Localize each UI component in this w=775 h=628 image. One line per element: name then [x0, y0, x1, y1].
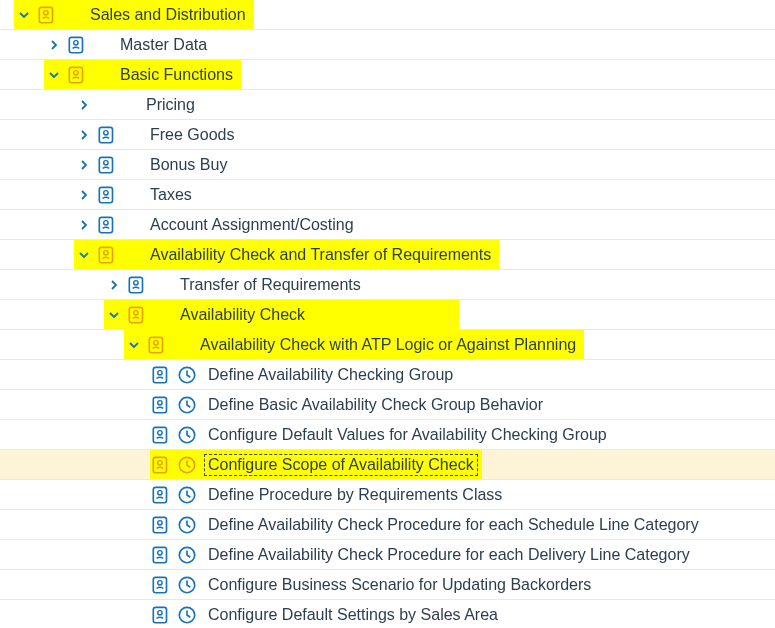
tree-node-label: Pricing	[142, 94, 199, 116]
tree-leaf-label: Configure Default Settings by Sales Area	[204, 604, 502, 626]
img-activity-icon	[150, 424, 172, 446]
img-node-icon	[66, 34, 88, 56]
tree-leaf-define-group[interactable]: Define Availability Checking Group	[0, 360, 775, 390]
tree-leaf-label: Define Availability Check Procedure for …	[204, 544, 694, 566]
clock-icon	[176, 544, 198, 566]
tree-leaf-define-proc-schedule[interactable]: Define Availability Check Procedure for …	[0, 510, 775, 540]
img-node-icon	[146, 334, 168, 356]
clock-icon	[176, 394, 198, 416]
tree-node-label: Account Assignment/Costing	[146, 214, 358, 236]
tree-leaf-configure-scope[interactable]: Configure Scope of Availability Check	[0, 450, 775, 480]
tree-node-label: Bonus Buy	[146, 154, 231, 176]
tree-node-label: Transfer of Requirements	[176, 274, 365, 296]
tree-node-avail-check[interactable]: Availability Check	[0, 300, 775, 330]
img-node-icon	[96, 184, 118, 206]
img-node-icon	[126, 274, 148, 296]
tree-leaf-label: Configure Scope of Availability Check	[204, 454, 478, 476]
tree-leaf-define-proc-class[interactable]: Define Procedure by Requirements Class	[0, 480, 775, 510]
chevron-down-icon[interactable]	[14, 5, 34, 25]
chevron-right-icon[interactable]	[74, 95, 94, 115]
chevron-down-icon[interactable]	[74, 245, 94, 265]
img-activity-icon	[150, 544, 172, 566]
tree-leaf-configure-sales-area[interactable]: Configure Default Settings by Sales Area	[0, 600, 775, 628]
tree-node-label: Basic Functions	[116, 64, 237, 86]
chevron-right-icon[interactable]	[74, 125, 94, 145]
tree-leaf-label: Configure Default Values for Availabilit…	[204, 424, 611, 446]
tree-leaf-label: Define Procedure by Requirements Class	[204, 484, 506, 506]
img-node-icon	[96, 154, 118, 176]
tree-node-label: Availability Check	[176, 304, 309, 326]
tree-node-transfer-req[interactable]: Transfer of Requirements	[0, 270, 775, 300]
img-node-icon	[96, 124, 118, 146]
img-activity-icon	[150, 574, 172, 596]
clock-icon	[176, 424, 198, 446]
tree-node-bonus-buy[interactable]: Bonus Buy	[0, 150, 775, 180]
img-activity-icon	[150, 364, 172, 386]
img-activity-icon	[150, 484, 172, 506]
tree-leaf-configure-defaults[interactable]: Configure Default Values for Availabilit…	[0, 420, 775, 450]
tree-leaf-configure-backorders[interactable]: Configure Business Scenario for Updating…	[0, 570, 775, 600]
clock-icon	[176, 604, 198, 626]
tree-node-free-goods[interactable]: Free Goods	[0, 120, 775, 150]
tree-node-basic-functions[interactable]: Basic Functions	[0, 60, 775, 90]
tree-node-taxes[interactable]: Taxes	[0, 180, 775, 210]
clock-icon	[176, 364, 198, 386]
tree-node-account-assignment[interactable]: Account Assignment/Costing	[0, 210, 775, 240]
chevron-down-icon[interactable]	[104, 305, 124, 325]
img-node-icon	[66, 64, 88, 86]
chevron-down-icon[interactable]	[124, 335, 144, 355]
img-activity-icon	[150, 394, 172, 416]
img-activity-icon	[150, 604, 172, 626]
tree-leaf-define-proc-delivery[interactable]: Define Availability Check Procedure for …	[0, 540, 775, 570]
chevron-right-icon[interactable]	[74, 215, 94, 235]
tree-node-avail-check-atp[interactable]: Availability Check with ATP Logic or Aga…	[0, 330, 775, 360]
chevron-right-icon[interactable]	[74, 185, 94, 205]
tree-node-sales-distribution[interactable]: Sales and Distribution	[0, 0, 775, 30]
clock-icon	[176, 484, 198, 506]
tree-leaf-label: Define Basic Availability Check Group Be…	[204, 394, 547, 416]
clock-icon	[176, 574, 198, 596]
img-node-icon	[96, 214, 118, 236]
tree-node-pricing[interactable]: Pricing	[0, 90, 775, 120]
tree-node-master-data[interactable]: Master Data	[0, 30, 775, 60]
img-activity-icon	[150, 454, 172, 476]
img-node-icon	[126, 304, 148, 326]
tree-leaf-define-basic-behavior[interactable]: Define Basic Availability Check Group Be…	[0, 390, 775, 420]
img-node-icon	[36, 4, 58, 26]
clock-icon	[176, 454, 198, 476]
tree-node-label: Master Data	[116, 34, 211, 56]
tree-leaf-label: Define Availability Checking Group	[204, 364, 457, 386]
chevron-right-icon[interactable]	[74, 155, 94, 175]
chevron-right-icon[interactable]	[44, 35, 64, 55]
clock-icon	[176, 514, 198, 536]
img-activity-icon	[150, 514, 172, 536]
chevron-right-icon[interactable]	[104, 275, 124, 295]
tree-leaf-label: Define Availability Check Procedure for …	[204, 514, 703, 536]
tree-node-label: Sales and Distribution	[86, 4, 250, 26]
img-tree: Sales and Distribution Master Data Basic…	[0, 0, 775, 628]
tree-leaf-label: Configure Business Scenario for Updating…	[204, 574, 595, 596]
tree-node-avail-check-transfer[interactable]: Availability Check and Transfer of Requi…	[0, 240, 775, 270]
img-node-icon	[96, 244, 118, 266]
tree-node-label: Free Goods	[146, 124, 238, 146]
tree-node-label: Availability Check and Transfer of Requi…	[146, 244, 495, 266]
tree-node-label: Availability Check with ATP Logic or Aga…	[196, 334, 580, 356]
chevron-down-icon[interactable]	[44, 65, 64, 85]
tree-node-label: Taxes	[146, 184, 196, 206]
